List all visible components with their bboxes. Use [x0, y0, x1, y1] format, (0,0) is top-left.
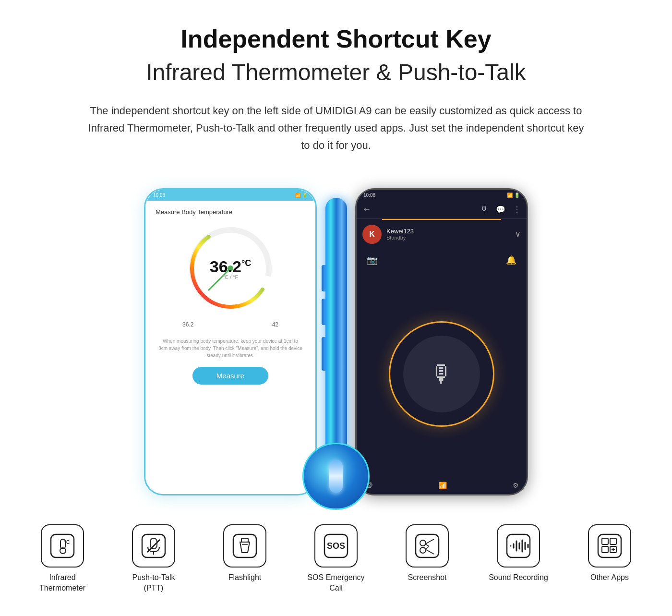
shortcut-icon-sound-recording: Sound Recording [485, 524, 552, 583]
ptt-status-time: 10:08 [363, 193, 375, 198]
shortcut-icon-flashlight: Flashlight [211, 524, 278, 583]
infrared-label: Infrared Thermometer [39, 572, 85, 594]
other-apps-icon-box [588, 524, 631, 568]
svg-rect-35 [602, 546, 608, 553]
temperature-gauge: 36.2°C °C / °F [182, 220, 278, 316]
shortcut-icon-sos: SOS SOS Emergency Call [302, 524, 370, 594]
thermometer-screen: Measure Body Temperature [145, 201, 315, 494]
shortcut-button-zoomed [329, 459, 343, 493]
screenshot-icon-box [406, 524, 449, 568]
ptt-label: Push-to-Talk (PTT) [132, 572, 175, 594]
flashlight-icon [232, 533, 257, 558]
screenshot-icon [415, 533, 440, 558]
ptt-microphone-icon: 🎙 [430, 360, 454, 388]
shortcut-key-zoom [302, 443, 370, 510]
shortcut-icon-other-apps: Other Apps [576, 524, 643, 583]
sos-emergency-icon: SOS [324, 533, 348, 558]
page-title: Independent Shortcut Key [29, 24, 643, 54]
ptt-action-icons: 📷 🔔 [357, 249, 527, 272]
infrared-icon-box: °C [41, 524, 84, 568]
ptt-icon-box [132, 524, 175, 568]
range-min: 36.2 [182, 321, 193, 328]
contact-name: Kewei123 [386, 228, 510, 235]
ptt-status-bar: 10:08 📶 🔋 [357, 190, 527, 201]
flashlight-label: Flashlight [228, 572, 261, 583]
shortcut-icons-section: °C Infrared Thermometer P [29, 524, 643, 594]
gauge-value: 36.2°C °C / °F [210, 257, 251, 279]
sos-icon-box: SOS [314, 524, 358, 568]
svg-text:SOS: SOS [327, 541, 345, 551]
infrared-thermometer-icon: °C [50, 533, 75, 558]
sound-recording-label: Sound Recording [489, 572, 548, 583]
shortcut-icon-screenshot: Screenshot [394, 524, 461, 583]
shortcut-icon-ptt: Push-to-Talk (PTT) [120, 524, 187, 594]
contact-status: Standby [386, 235, 510, 241]
ptt-main-area: 🎙 [357, 272, 527, 477]
contact-info: Kewei123 Standby [386, 228, 510, 241]
svg-rect-13 [241, 538, 248, 542]
ptt-inner-circle[interactable]: 🎙 [403, 336, 480, 412]
svg-line-20 [425, 539, 434, 544]
svg-rect-32 [598, 534, 621, 557]
description-text: The independent shortcut key on the left… [84, 102, 588, 155]
ptt-status-icons: 📶 🔋 [507, 193, 520, 198]
phone-side-body [325, 198, 347, 476]
measure-button[interactable]: Measure [192, 367, 268, 385]
other-apps-icon [597, 533, 622, 558]
push-to-talk-icon [141, 533, 166, 558]
phone-notch [216, 190, 245, 200]
header: Independent Shortcut Key Infrared Thermo… [29, 24, 643, 88]
expand-icon[interactable]: ∨ [515, 229, 521, 239]
svg-rect-17 [416, 534, 439, 557]
screenshot-label: Screenshot [408, 572, 447, 583]
phone-side-view [307, 179, 365, 495]
phones-section: 10:08 📶 🔋 Measure Body Temperature [29, 179, 643, 495]
camera-icon[interactable]: 📷 [364, 253, 380, 268]
status-time-left: 10:08 [153, 193, 165, 198]
svg-rect-33 [602, 538, 608, 544]
sound-recording-icon-box [497, 524, 540, 568]
settings-icon[interactable]: ⚙ [513, 482, 519, 489]
ptt-mic-icon: 🎙 [480, 205, 488, 214]
ptt-chat-icon: 💬 [496, 205, 505, 214]
volume-down-button [322, 299, 325, 325]
flashlight-icon-box [223, 524, 266, 568]
ptt-screen: 10:08 📶 🔋 ← 🎙 💬 ⋮ K [357, 190, 527, 494]
other-apps-label: Other Apps [590, 572, 629, 583]
gauge-number: 36.2°C [210, 257, 251, 275]
thermo-screen-title: Measure Body Temperature [156, 208, 232, 216]
svg-line-21 [425, 549, 434, 554]
sound-recording-icon [506, 533, 531, 558]
contact-avatar: K [362, 225, 382, 244]
svg-line-22 [425, 544, 429, 546]
svg-text:°C: °C [64, 540, 70, 545]
sos-label: SOS Emergency Call [307, 572, 364, 594]
ptt-bottom-bar: 🔊 📶 ⚙ [357, 477, 527, 494]
range-max: 42 [272, 321, 278, 328]
signal-icon: 📶 [439, 482, 447, 489]
shortcut-icon-infrared: °C Infrared Thermometer [29, 524, 96, 594]
svg-point-18 [420, 540, 426, 546]
svg-rect-34 [610, 538, 616, 544]
phone-thermometer: 10:08 📶 🔋 Measure Body Temperature [144, 188, 317, 495]
page-subtitle: Infrared Thermometer & Push-to-Talk [29, 58, 643, 87]
gauge-range: 36.2 42 [182, 321, 278, 328]
ptt-nav-bar: ← 🎙 💬 ⋮ [357, 201, 527, 219]
volume-up-button [322, 265, 325, 291]
ptt-more-icon[interactable]: ⋮ [513, 205, 521, 214]
bell-icon[interactable]: 🔔 [504, 253, 519, 268]
shortcut-key-button [322, 337, 325, 371]
phone-ptt: 10:08 📶 🔋 ← 🎙 💬 ⋮ K [355, 188, 528, 495]
thermo-instruction: When measuring body temperature, keep yo… [153, 338, 308, 359]
contact-initial: K [369, 230, 375, 239]
ptt-outer-ring: 🎙 [389, 321, 494, 427]
svg-point-19 [420, 547, 426, 553]
status-icons-left: 📶 🔋 [295, 193, 308, 198]
svg-line-23 [425, 546, 429, 549]
ptt-contact-row: K Kewei123 Standby ∨ [357, 220, 527, 249]
